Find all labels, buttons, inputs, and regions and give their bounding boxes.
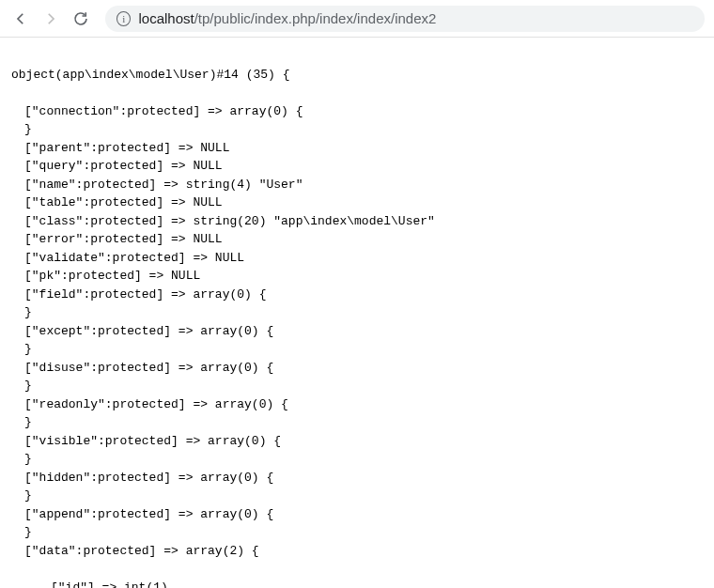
forward-button[interactable]: [39, 8, 62, 30]
dump-line: }: [11, 413, 703, 432]
dump-line: ["disuse":protected] => array(0) {: [11, 359, 703, 378]
back-button[interactable]: [9, 8, 32, 30]
dump-body: ["connection":protected] => array(0) {}[…: [11, 102, 703, 561]
dump-line: ["field":protected] => array(0) {: [11, 286, 703, 304]
site-info-icon[interactable]: i: [116, 11, 131, 26]
dump-line: ["connection":protected] => array(0) {: [11, 102, 703, 121]
dump-data-inner: ["id"] => int(1)["name"] => string(3) "l…: [11, 579, 703, 589]
address-bar[interactable]: i localhost/tp/public/index.php/index/in…: [105, 6, 705, 32]
dump-line: ["parent":protected] => NULL: [11, 139, 703, 158]
dump-line: ["except":protected] => array(0) {: [11, 322, 703, 341]
page-content: object(app\index\model\User)#14 (35) { […: [0, 38, 714, 588]
browser-toolbar: i localhost/tp/public/index.php/index/in…: [0, 0, 714, 38]
dump-line: }: [11, 303, 703, 322]
dump-line: ["data":protected] => array(2) {: [11, 542, 703, 561]
dump-header: object(app\index\model\User)#14 (35) {: [11, 66, 703, 85]
dump-line: ["visible":protected] => array(0) {: [11, 432, 703, 451]
dump-inner-line: ["id"] => int(1): [24, 579, 703, 589]
reload-button[interactable]: [70, 8, 92, 30]
dump-line: ["pk":protected] => NULL: [11, 267, 703, 286]
dump-line: }: [11, 377, 703, 395]
dump-line: ["query":protected] => NULL: [11, 157, 703, 176]
dump-line: ["error":protected] => NULL: [11, 230, 703, 249]
dump-line: }: [11, 487, 703, 505]
url-host: localhost: [138, 10, 194, 26]
dump-line: }: [11, 340, 703, 359]
dump-line: ["class":protected] => string(20) "app\i…: [11, 212, 703, 231]
url-text: localhost/tp/public/index.php/index/inde…: [138, 10, 693, 26]
dump-line: ["append":protected] => array(0) {: [11, 505, 703, 524]
dump-line: }: [11, 120, 703, 139]
dump-line: ["validate":protected] => NULL: [11, 249, 703, 268]
dump-line: ["readonly":protected] => array(0) {: [11, 395, 703, 414]
dump-line: ["hidden":protected] => array(0) {: [11, 469, 703, 487]
url-path: /tp/public/index.php/index/index/index2: [194, 10, 437, 26]
dump-line: }: [11, 523, 703, 542]
dump-line: }: [11, 450, 703, 469]
dump-line: ["table":protected] => NULL: [11, 193, 703, 212]
dump-line: ["name":protected] => string(4) "User": [11, 176, 703, 194]
